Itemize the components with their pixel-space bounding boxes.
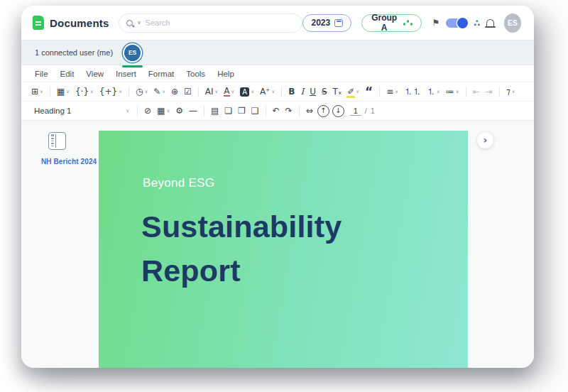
edit-template-icon: ✎ bbox=[153, 87, 160, 97]
menu-item-file[interactable]: File bbox=[35, 70, 48, 78]
insert-table-button[interactable]: ▦∨ bbox=[54, 85, 72, 98]
user-avatar[interactable]: ES bbox=[504, 13, 521, 33]
ai-tools-button[interactable]: AI∨ bbox=[202, 85, 222, 98]
toolbar-separator bbox=[499, 87, 500, 97]
group-filter-button[interactable]: Group A bbox=[361, 14, 422, 32]
notifications-bell-icon[interactable] bbox=[486, 19, 494, 26]
align-text-button[interactable]: ≡∨ bbox=[383, 85, 401, 98]
font-size-button[interactable]: A⁺∨ bbox=[257, 85, 278, 98]
next-page-button[interactable]: ↓ bbox=[332, 105, 344, 117]
strikethrough-button[interactable]: S bbox=[319, 85, 330, 98]
underline-button[interactable]: U bbox=[307, 85, 319, 98]
page-thumbnail-icon[interactable] bbox=[48, 132, 66, 150]
version-history-button[interactable]: ◷∨ bbox=[133, 85, 151, 98]
fill-color-button[interactable]: A∨ bbox=[237, 86, 257, 98]
duplicate-page-icon: ❑ bbox=[251, 106, 259, 116]
copy-formatting-icon: ⁊ bbox=[506, 87, 510, 97]
insert-link-button[interactable]: ⊘ bbox=[141, 104, 154, 117]
menu-item-insert[interactable]: Insert bbox=[116, 70, 136, 78]
fill-color-icon: A bbox=[240, 87, 249, 97]
presence-bar: 1 connected user (me) ES bbox=[21, 40, 534, 65]
chevron-down-icon: ∨ bbox=[119, 89, 122, 94]
search-input[interactable] bbox=[146, 18, 295, 27]
document-page[interactable]: Beyond ESG Sustainability Report bbox=[99, 131, 468, 368]
undo-icon: ↶ bbox=[273, 106, 280, 116]
italic-button[interactable]: I bbox=[297, 85, 307, 98]
numbered-list-button[interactable]: ⒈∨ bbox=[424, 85, 443, 98]
increase-indent-button[interactable]: ⇥ bbox=[483, 85, 496, 98]
paragraph-style-select[interactable]: Heading 1 ∨ bbox=[28, 107, 133, 115]
export-page-button[interactable]: ❏ bbox=[222, 104, 235, 117]
edit-template-button[interactable]: ✎∨ bbox=[151, 85, 168, 98]
year-filter-button[interactable]: 2023 bbox=[302, 14, 351, 32]
horizontal-rule-button[interactable]: — bbox=[186, 104, 200, 117]
insert-table-icon: ▦ bbox=[57, 87, 65, 97]
page-number-input[interactable]: 1 bbox=[350, 107, 361, 116]
underline-icon: U bbox=[310, 87, 316, 97]
add-comment-button[interactable]: ⊕ bbox=[168, 85, 181, 98]
add-comment-icon: ⊕ bbox=[171, 87, 178, 97]
chevron-down-icon: ∨ bbox=[40, 89, 43, 94]
copy-formatting-button[interactable]: ⁊∨ bbox=[503, 85, 518, 98]
numbered-list-icon: ⒈ bbox=[427, 87, 435, 97]
menu-item-format[interactable]: Format bbox=[148, 70, 174, 78]
menu-item-edit[interactable]: Edit bbox=[60, 70, 75, 78]
duplicate-page-button[interactable]: ❑ bbox=[248, 104, 262, 117]
search-icon bbox=[126, 20, 133, 26]
insert-field-button[interactable]: {·}∨ bbox=[72, 85, 97, 98]
bullet-list-button[interactable]: ≔∨ bbox=[443, 85, 462, 98]
chevron-down-icon: ∨ bbox=[356, 89, 359, 94]
chevron-down-icon: ∨ bbox=[231, 89, 235, 94]
toolbar-separator bbox=[466, 87, 466, 97]
redo-button[interactable]: ↷ bbox=[283, 104, 295, 117]
insert-image-icon: ▤ bbox=[211, 106, 219, 116]
sitemap-icon[interactable]: ∴ bbox=[474, 18, 480, 28]
horizontal-rule-icon: — bbox=[189, 106, 197, 116]
decrease-indent-icon: ⇤ bbox=[473, 87, 480, 97]
table-properties-button[interactable]: ▦∨ bbox=[154, 104, 173, 117]
decrease-indent-button[interactable]: ⇤ bbox=[470, 85, 483, 98]
toolbar-separator bbox=[50, 87, 50, 97]
page-settings-button[interactable]: ⚙ bbox=[173, 104, 186, 117]
font-color-button[interactable]: A∨ bbox=[221, 85, 237, 98]
blockquote-button[interactable]: “ bbox=[362, 87, 376, 96]
menu-item-view[interactable]: View bbox=[86, 70, 104, 78]
clear-formatting-icon: Tₓ bbox=[333, 87, 342, 97]
bullet-list-icon: ≔ bbox=[446, 87, 454, 97]
workspace: NH Bericht 2024 Beyond ESG Sustainabilit… bbox=[21, 121, 534, 368]
search-scope-chevron-icon[interactable]: ∨ bbox=[137, 20, 141, 26]
increase-indent-icon: ⇥ bbox=[486, 87, 493, 97]
page-margins-button[interactable]: ⇔ bbox=[303, 104, 316, 117]
toolbar-separator bbox=[198, 87, 199, 97]
chevron-down-icon: ∨ bbox=[215, 89, 219, 94]
resolve-comments-button[interactable]: ☑ bbox=[181, 85, 195, 98]
insert-image-button[interactable]: ▤ bbox=[208, 104, 222, 117]
insert-layout-icon: ⊞ bbox=[31, 87, 38, 97]
chevron-down-icon: ∨ bbox=[251, 89, 254, 94]
year-filter-label: 2023 bbox=[311, 18, 330, 28]
clear-formatting-button[interactable]: Tₓ bbox=[330, 85, 345, 98]
mode-toggle[interactable] bbox=[446, 18, 467, 28]
highlight-button[interactable]: ✐∨ bbox=[344, 85, 362, 98]
import-page-button[interactable]: ❐ bbox=[235, 104, 248, 117]
search-bar[interactable]: ∨ bbox=[119, 13, 302, 33]
insert-layout-button[interactable]: ⊞∨ bbox=[28, 85, 46, 98]
chevron-down-icon: ∨ bbox=[437, 89, 440, 94]
multilevel-list-button[interactable]: ⒈⒈ bbox=[401, 85, 424, 98]
version-history-icon: ◷ bbox=[136, 87, 143, 97]
expand-panel-button[interactable]: › bbox=[477, 132, 493, 148]
connected-users-label: 1 connected user (me) bbox=[35, 48, 113, 57]
add-field-button[interactable]: {+}∨ bbox=[97, 85, 125, 98]
chevron-down-icon: ∨ bbox=[66, 89, 70, 94]
app-logo[interactable]: Documents bbox=[33, 16, 109, 30]
document-name-link[interactable]: NH Bericht 2024 bbox=[41, 158, 99, 165]
menu-item-help[interactable]: Help bbox=[217, 70, 234, 78]
previous-page-button[interactable]: ↑ bbox=[317, 105, 329, 117]
toolbar-separator bbox=[379, 87, 380, 97]
toolbar-separator bbox=[299, 106, 300, 116]
undo-button[interactable]: ↶ bbox=[270, 104, 283, 117]
connected-user-avatar[interactable]: ES bbox=[124, 45, 141, 61]
bold-button[interactable]: B bbox=[285, 85, 297, 98]
menu-item-tools[interactable]: Tools bbox=[186, 70, 205, 78]
flag-icon[interactable]: ⚑ bbox=[432, 18, 439, 28]
